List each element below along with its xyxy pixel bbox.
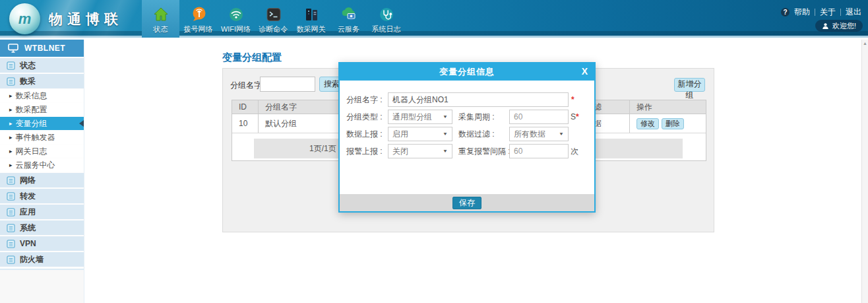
help-question-icon: ? xyxy=(781,8,790,17)
required-asterisk: * xyxy=(571,92,574,107)
brand-name: 物通博联 xyxy=(49,10,123,28)
nav-item-dialup-network[interactable]: 拨号网络 xyxy=(179,0,217,38)
dialog-header: 变量分组信息 X xyxy=(340,63,594,81)
collect-period-label: 采集周期 : xyxy=(458,110,495,124)
stethoscope-icon xyxy=(378,6,395,23)
alarm-report-select[interactable]: 关闭 ▼ xyxy=(388,144,452,158)
sidebar-device-header: WTBLNET xyxy=(0,40,84,57)
data-filter-label: 数据过滤 : xyxy=(458,127,495,141)
page-indicator: 1页/1页 xyxy=(309,139,336,158)
repeat-alarm-interval-field xyxy=(509,144,569,158)
sidebar-subitem-label: 云服务中心 xyxy=(16,160,55,171)
sidebar-subitem-variable-group[interactable]: ▸ 变量分组 xyxy=(0,117,84,130)
header-actions: 操作 xyxy=(630,100,706,114)
sidebar-subitem-label: 变量分组 xyxy=(16,118,47,129)
save-button[interactable]: 保存 xyxy=(452,197,481,209)
vertical-scrollbar[interactable]: ▲ xyxy=(861,40,868,303)
selected-option: 启用 xyxy=(392,129,408,140)
edit-button[interactable]: 修改 xyxy=(636,118,659,129)
nav-item-cloud-service[interactable]: 云服务 xyxy=(330,0,367,38)
sidebar-subitem-label: 网关日志 xyxy=(16,146,47,157)
app-window: m 物通博联 状态 拨号网络 WIFI网络 诊断命令 数采网关 xyxy=(0,0,868,303)
sidebar-item-network[interactable]: 网络 xyxy=(0,173,84,187)
collect-period-input[interactable] xyxy=(510,110,568,123)
sidebar-subitem-event-trigger[interactable]: ▸ 事件触发器 xyxy=(0,131,84,144)
add-group-button[interactable]: 新增分组 xyxy=(674,78,705,92)
collect-period-field xyxy=(509,110,569,124)
top-bar: m 物通博联 状态 拨号网络 WIFI网络 诊断命令 数采网关 xyxy=(0,0,868,38)
triangle-right-icon: ▸ xyxy=(9,162,13,168)
list-icon xyxy=(7,224,15,232)
delete-button[interactable]: 删除 xyxy=(662,118,684,129)
sidebar-subitem-label: 事件触发器 xyxy=(16,132,55,143)
list-icon xyxy=(7,240,15,248)
top-right-links: ? 帮助 关于 退出 xyxy=(781,7,861,18)
close-icon[interactable]: X xyxy=(582,66,588,77)
nav-label: 云服务 xyxy=(338,24,359,34)
repeat-alarm-interval-label: 重复报警间隔 : xyxy=(458,144,511,158)
nav-label: 拨号网络 xyxy=(184,24,213,34)
variable-group-dialog: 变量分组信息 X 分组名字 : * 分组类型 : 通用型分组 ▼ 采集周期 : … xyxy=(338,62,596,213)
sidebar-item-system[interactable]: 系统 xyxy=(0,220,84,235)
chevron-down-icon: ▼ xyxy=(559,131,564,136)
group-name-label: 分组名字 : xyxy=(346,92,383,107)
sidebar-item-label: 防火墙 xyxy=(20,254,44,265)
dialog-title: 变量分组信息 xyxy=(340,63,594,81)
sidebar-subitem-gateway-log[interactable]: ▸ 网关日志 xyxy=(0,145,84,158)
selected-option: 关闭 xyxy=(392,146,408,157)
cell-id: 10 xyxy=(232,114,259,133)
repeat-alarm-interval-input[interactable] xyxy=(510,145,568,158)
welcome-user-badge[interactable]: 欢迎您! xyxy=(815,20,863,32)
dialog-footer: 保存 xyxy=(340,194,594,211)
nav-item-wifi-network[interactable]: WIFI网络 xyxy=(217,0,255,38)
cell-actions: 修改 删除 xyxy=(630,114,706,133)
sidebar-item-label: 状态 xyxy=(20,60,36,71)
gateway-device-icon xyxy=(303,6,320,23)
sidebar-subitem-collect-info[interactable]: ▸ 数采信息 xyxy=(0,89,84,102)
sidebar-item-application[interactable]: 应用 xyxy=(0,205,84,219)
sidebar-subitem-cloud-center[interactable]: ▸ 云服务中心 xyxy=(0,158,84,172)
dialup-antenna-icon xyxy=(190,6,207,23)
group-type-select[interactable]: 通用型分组 ▼ xyxy=(388,110,452,124)
nav-item-data-gateway[interactable]: 数采网关 xyxy=(292,0,330,38)
sidebar-subitem-collect-config[interactable]: ▸ 数采配置 xyxy=(0,103,84,116)
home-icon xyxy=(152,6,170,23)
nav-label: 系统日志 xyxy=(372,24,401,34)
data-report-select[interactable]: 启用 ▼ xyxy=(388,127,452,141)
sidebar-item-label: 网络 xyxy=(20,175,36,186)
sidebar-item-label: VPN xyxy=(20,239,36,248)
about-link[interactable]: 关于 xyxy=(820,7,836,18)
nav-item-system-log[interactable]: 系统日志 xyxy=(367,0,405,38)
times-unit: 次 xyxy=(571,144,578,158)
list-icon xyxy=(7,208,15,217)
group-name-input[interactable] xyxy=(388,93,568,106)
selected-option: 所有数据 xyxy=(514,129,545,140)
wifi-icon xyxy=(228,6,245,23)
sidebar-item-label: 转发 xyxy=(20,191,36,202)
monitor-icon xyxy=(8,44,18,53)
sidebar-item-firewall[interactable]: 防火墙 xyxy=(0,252,84,267)
divider xyxy=(840,9,841,16)
list-icon xyxy=(7,77,15,86)
nav-item-status[interactable]: 状态 xyxy=(142,0,179,38)
sidebar-item-data-collect[interactable]: 数采 xyxy=(0,74,84,88)
logout-link[interactable]: 退出 xyxy=(846,7,861,18)
nav-item-diagnostic-command[interactable]: 诊断命令 xyxy=(255,0,292,38)
alarm-report-label: 报警上报 : xyxy=(346,144,383,158)
logo-sphere-icon: m xyxy=(9,3,40,34)
person-icon xyxy=(822,22,829,30)
sidebar-item-label: 数采 xyxy=(20,76,36,87)
data-filter-select[interactable]: 所有数据 ▼ xyxy=(509,127,569,141)
device-name: WTBLNET xyxy=(24,44,65,53)
help-link[interactable]: 帮助 xyxy=(794,7,810,18)
sidebar-item-vpn[interactable]: VPN xyxy=(0,236,84,251)
sidebar-subitem-label: 数采配置 xyxy=(16,104,47,116)
triangle-right-icon: ▸ xyxy=(9,120,13,127)
scroll-up-arrow-icon: ▲ xyxy=(862,41,868,46)
sidebar-item-status[interactable]: 状态 xyxy=(0,58,84,73)
chevron-down-icon: ▼ xyxy=(443,131,448,136)
sidebar-item-forward[interactable]: 转发 xyxy=(0,189,84,203)
group-name-search-input[interactable] xyxy=(260,77,315,92)
brand-logo: m 物通博联 xyxy=(9,3,123,34)
list-icon xyxy=(7,61,15,70)
